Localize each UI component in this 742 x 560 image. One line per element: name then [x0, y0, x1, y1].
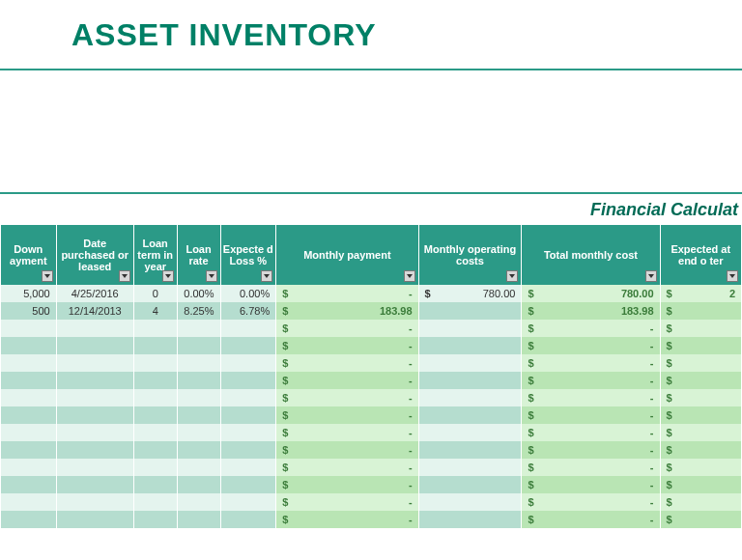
cell[interactable]: [220, 389, 276, 406]
cell[interactable]: [133, 459, 177, 476]
cell-money[interactable]: $2: [660, 285, 741, 302]
cell[interactable]: [133, 389, 177, 406]
cell[interactable]: 4/25/2016: [56, 285, 133, 302]
cell-money[interactable]: [418, 320, 522, 337]
cell[interactable]: [1, 337, 57, 354]
cell-money[interactable]: $: [660, 511, 741, 528]
cell-money[interactable]: $-: [522, 320, 660, 337]
cell-money[interactable]: [418, 493, 522, 511]
col-down-payment[interactable]: Down ayment: [1, 225, 57, 285]
cell[interactable]: [56, 493, 133, 511]
filter-icon[interactable]: [727, 270, 738, 282]
cell[interactable]: [177, 354, 220, 372]
cell[interactable]: [56, 354, 133, 372]
col-monthly-operating[interactable]: Monthly operating costs: [418, 225, 522, 285]
cell-money[interactable]: $-: [276, 406, 418, 424]
cell[interactable]: [177, 320, 220, 337]
cell-money[interactable]: [418, 459, 522, 476]
cell[interactable]: 12/14/2013: [56, 302, 133, 320]
cell-money[interactable]: $: [660, 476, 741, 493]
cell[interactable]: [177, 406, 220, 424]
cell-money[interactable]: $: [660, 337, 741, 354]
cell[interactable]: [133, 337, 177, 354]
cell-money[interactable]: $-: [522, 389, 660, 406]
cell-money[interactable]: $-: [276, 285, 418, 302]
cell-money[interactable]: $: [660, 372, 741, 389]
col-date[interactable]: Date purchased or leased: [56, 225, 133, 285]
cell[interactable]: 0.00%: [177, 285, 220, 302]
cell[interactable]: [220, 406, 276, 424]
table-row[interactable]: $-$-$: [1, 406, 742, 424]
cell-money[interactable]: $: [660, 302, 741, 320]
cell[interactable]: [1, 441, 57, 459]
cell-money[interactable]: $780.00: [418, 285, 522, 302]
table-row[interactable]: $-$-$: [1, 320, 742, 337]
cell-money[interactable]: $: [660, 406, 741, 424]
cell[interactable]: [177, 372, 220, 389]
cell-money[interactable]: $780.00: [522, 285, 660, 302]
col-loan-term[interactable]: Loan term in year: [133, 225, 177, 285]
cell-money[interactable]: [418, 354, 522, 372]
table-row[interactable]: $-$-$: [1, 354, 742, 372]
filter-icon[interactable]: [404, 270, 415, 282]
cell-money[interactable]: $-: [276, 441, 418, 459]
cell[interactable]: [56, 511, 133, 528]
table-row[interactable]: $-$-$: [1, 459, 742, 476]
cell[interactable]: [56, 441, 133, 459]
cell[interactable]: [177, 337, 220, 354]
cell[interactable]: [1, 459, 57, 476]
cell[interactable]: [177, 459, 220, 476]
cell-money[interactable]: $-: [522, 511, 660, 528]
cell-money[interactable]: [418, 511, 522, 528]
cell[interactable]: [56, 424, 133, 441]
cell-money[interactable]: $183.98: [522, 302, 660, 320]
filter-icon[interactable]: [42, 270, 53, 282]
cell-money[interactable]: $-: [276, 320, 418, 337]
filter-icon[interactable]: [119, 270, 130, 282]
col-total-monthly[interactable]: Total monthly cost: [522, 225, 660, 285]
cell[interactable]: [133, 354, 177, 372]
cell-money[interactable]: $: [660, 493, 741, 511]
cell[interactable]: [220, 493, 276, 511]
cell[interactable]: [56, 372, 133, 389]
cell[interactable]: [220, 320, 276, 337]
table-row[interactable]: 50012/14/201348.25%6.78%$183.98$183.98$: [1, 302, 742, 320]
col-monthly-payment[interactable]: Monthly payment: [276, 225, 418, 285]
cell-money[interactable]: [418, 302, 522, 320]
table-row[interactable]: 5,0004/25/201600.00%0.00%$-$780.00$780.0…: [1, 285, 742, 302]
cell-money[interactable]: $: [660, 354, 741, 372]
cell-money[interactable]: $183.98: [276, 302, 418, 320]
cell-money[interactable]: $-: [276, 354, 418, 372]
cell[interactable]: [220, 424, 276, 441]
table-row[interactable]: $-$-$: [1, 511, 742, 528]
cell[interactable]: [220, 337, 276, 354]
col-expected-value[interactable]: Expected at end o ter: [660, 225, 741, 285]
cell-money[interactable]: [418, 441, 522, 459]
cell-money[interactable]: [418, 337, 522, 354]
cell-money[interactable]: $-: [522, 406, 660, 424]
cell-money[interactable]: $-: [276, 511, 418, 528]
cell-money[interactable]: [418, 389, 522, 406]
cell[interactable]: 5,000: [1, 285, 57, 302]
cell[interactable]: [177, 389, 220, 406]
cell[interactable]: [56, 476, 133, 493]
cell[interactable]: [177, 441, 220, 459]
col-loan-rate[interactable]: Loan rate: [177, 225, 220, 285]
cell-money[interactable]: $: [660, 459, 741, 476]
cell-money[interactable]: $-: [276, 493, 418, 511]
cell-money[interactable]: $-: [522, 459, 660, 476]
cell-money[interactable]: $-: [522, 337, 660, 354]
cell-money[interactable]: $-: [522, 354, 660, 372]
cell[interactable]: [177, 493, 220, 511]
cell-money[interactable]: $-: [276, 337, 418, 354]
cell[interactable]: [177, 424, 220, 441]
cell[interactable]: [133, 511, 177, 528]
cell[interactable]: [1, 372, 57, 389]
cell-money[interactable]: $-: [276, 389, 418, 406]
cell[interactable]: [56, 406, 133, 424]
cell-money[interactable]: $-: [276, 459, 418, 476]
filter-icon[interactable]: [162, 270, 174, 282]
cell[interactable]: [177, 511, 220, 528]
cell-money[interactable]: $: [660, 441, 741, 459]
filter-icon[interactable]: [645, 270, 657, 282]
